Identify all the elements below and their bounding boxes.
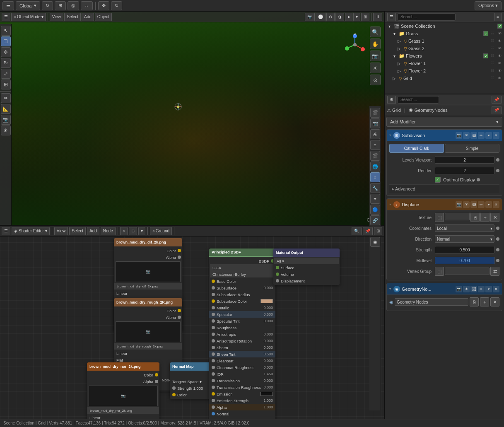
properties-output-btn[interactable]: 🖨 xyxy=(370,129,380,139)
subdivision-options-btn[interactable]: ▾ xyxy=(485,132,492,139)
properties-physics-btn[interactable]: 🔵 xyxy=(370,205,380,215)
viewport-select-menu[interactable]: Select xyxy=(64,13,81,21)
outliner-flower1[interactable]: ▷ ▽ Flower 1 ⠿ 👁 xyxy=(385,60,504,67)
node-pin-btn[interactable]: 📌 xyxy=(363,227,373,235)
properties-pin-btn[interactable]: 📌 xyxy=(492,96,502,104)
node-principled-cb[interactable]: Christensen-Burley xyxy=(210,271,275,277)
snap-button[interactable]: ⊞ xyxy=(55,1,66,10)
vertex-group-swap-btn[interactable]: ⇄ xyxy=(490,267,499,276)
properties-editor-type-btn[interactable]: ⚙ xyxy=(387,96,396,104)
node-editor-mode-btn[interactable]: ◈ Shader Editor ▾ xyxy=(12,227,50,235)
node-img1-file-row[interactable]: brown_mud_dry_dif_2k.png xyxy=(114,283,182,289)
viewport-shading-lookdev[interactable]: ◑ xyxy=(335,13,344,21)
proportional-button[interactable]: ◎ xyxy=(68,1,79,10)
node-matout-all[interactable]: All ▾ xyxy=(274,258,339,264)
grass-vis-btn2[interactable]: 👁 xyxy=(497,31,502,36)
viewport-overlay-toggle[interactable]: ⊞ xyxy=(361,13,369,21)
grid-vis-icon[interactable]: 👁 xyxy=(497,75,502,81)
move-tool-btn[interactable]: ✥ xyxy=(1,47,11,57)
geo-nodes-select[interactable]: Geometry Nodes xyxy=(395,298,468,306)
strength-value[interactable]: 0.500 xyxy=(435,246,494,253)
subdivision-delete-btn[interactable]: ✕ xyxy=(493,132,499,139)
node-node-menu[interactable]: Node xyxy=(101,227,116,235)
flower2-vis-icon[interactable]: 👁 xyxy=(497,68,502,74)
node-img1-linear-row[interactable]: Linear xyxy=(114,290,182,297)
viewport-mode-btn[interactable]: ○ Object Mode ▾ xyxy=(11,13,46,21)
move-tool[interactable]: ✥ xyxy=(98,1,109,10)
grass1-vis-icon[interactable]: 👁 xyxy=(497,38,502,44)
coordinates-select[interactable]: Local ▾ xyxy=(435,224,494,232)
transform-tool-btn[interactable]: ⊞ xyxy=(1,80,11,89)
node-header-collapse[interactable]: ⊙ xyxy=(129,227,137,235)
flower1-vis-icon[interactable]: 👁 xyxy=(497,60,502,66)
midlevel-value[interactable]: 0.700 xyxy=(435,257,494,264)
outliner-grass1[interactable]: ▷ ▽ Grass 1 ⠿ 👁 xyxy=(385,37,504,45)
global-select-button[interactable]: Global ▾ xyxy=(16,1,40,10)
zoom-in-btn[interactable]: 🔍 xyxy=(370,27,381,37)
properties-scene-btn[interactable]: 🎬 xyxy=(370,108,380,118)
node-image-texture-3[interactable]: brown_mud_dry_nor_2k.png Color Alpha 📷 b… xyxy=(87,362,159,419)
properties-sub-header-pin[interactable]: 📌 xyxy=(492,106,502,114)
properties-object-btn[interactable]: ○ xyxy=(370,172,380,182)
rendered-view-btn[interactable]: ☀ xyxy=(370,63,381,73)
levels-viewport-value[interactable]: 2 xyxy=(435,156,494,164)
rotate-tool[interactable]: ↻ xyxy=(111,1,122,10)
outliner-editor-type-btn[interactable]: ☰ xyxy=(387,13,396,21)
node-material-output[interactable]: Material Output All ▾ Surface Volume xyxy=(273,248,340,285)
scale-tool-btn[interactable]: ⤢ xyxy=(1,69,11,79)
texture-delete-btn[interactable]: ✕ xyxy=(490,213,499,222)
properties-constraints-btn[interactable]: 🔗 xyxy=(370,215,380,225)
node-select-menu[interactable]: Select xyxy=(69,227,86,235)
optimal-display-checkbox[interactable]: ✓ xyxy=(435,177,441,183)
vertex-group-icon[interactable]: ⬚ xyxy=(435,267,444,276)
viewport-pause-btn[interactable]: ⏸ xyxy=(373,13,382,21)
subdivision-edit-btn[interactable]: ✏ xyxy=(478,132,485,139)
outliner-flowers-collection[interactable]: ▾ 📁 Flowers ✓ ⠿ 👁 xyxy=(385,52,504,60)
viewport-3d[interactable]: ☰ ○ Object Mode ▾ View Select Add Object… xyxy=(0,12,384,225)
advanced-section[interactable]: ▶ Advanced xyxy=(389,184,499,193)
select-tool-btn[interactable]: ☐ xyxy=(1,36,11,46)
mode-button[interactable]: ↻ xyxy=(42,1,53,10)
direction-select[interactable]: Normal ▾ xyxy=(435,235,494,243)
flowers-vis-btn2[interactable]: 👁 xyxy=(497,53,502,59)
geo-nodes-copy-btn[interactable]: ⎘ xyxy=(470,297,479,306)
properties-world-btn[interactable]: 🌐 xyxy=(370,162,380,171)
outliner-scene-collection[interactable]: ▾ 🎬 Scene Collection ✓ xyxy=(385,22,504,30)
flowers-checkbox[interactable]: ✓ xyxy=(483,53,488,58)
measure-btn[interactable]: 📐 xyxy=(1,104,11,114)
node-collapse-btn[interactable]: ⊞ xyxy=(374,227,382,235)
texture-icon-btn[interactable]: ⬚ xyxy=(435,213,444,222)
node-img2-file-row[interactable]: brown_mud_dry_rough_2k.png xyxy=(114,343,182,350)
displace-render-btn[interactable]: 🖼 xyxy=(470,201,477,208)
node-principled-bsdf[interactable]: Principled BSDF BSDF GGX Christensen-Bur… xyxy=(209,248,275,419)
cursor-tool-btn[interactable]: ↖ xyxy=(1,26,11,36)
transform-button[interactable]: ↔ xyxy=(81,1,93,10)
geonodes-edit-btn[interactable]: ✏ xyxy=(478,286,485,292)
displace-eye-btn[interactable]: 👁 xyxy=(463,201,470,208)
editor-type-button[interactable]: ☰ xyxy=(2,1,14,10)
properties-material-btn[interactable]: ◉ xyxy=(370,237,380,247)
viewport-shading-render[interactable]: ● xyxy=(345,13,352,21)
outliner-grass-collection[interactable]: ▾ 📁 Grass ✓ ⠿ 👁 xyxy=(385,30,504,37)
node-img3-file[interactable]: brown_mud_dry_nor_2k.png xyxy=(87,407,159,414)
outliner-filter-btn[interactable]: ≡ xyxy=(494,13,502,21)
geonodes-options-btn[interactable]: ▾ xyxy=(485,286,492,292)
viewport-view-menu[interactable]: View xyxy=(50,13,64,21)
properties-scene-settings-btn[interactable]: 🎬 xyxy=(370,151,380,161)
node-zoom-btn[interactable]: 🔍 xyxy=(352,227,362,235)
flower2-link-icon[interactable]: ⠿ xyxy=(490,68,495,74)
flowers-vis-btn1[interactable]: ⠿ xyxy=(490,53,495,59)
viewport-shading-solid[interactable]: ⊙ xyxy=(326,13,335,21)
subdivision-eye-btn[interactable]: 👁 xyxy=(463,132,470,139)
outliner-search-input[interactable] xyxy=(398,13,456,21)
outliner-grass2[interactable]: ▷ ▽ Grass 2 ⠿ 👁 xyxy=(385,45,504,52)
viewport-camera-btn[interactable]: 📷 xyxy=(305,13,315,21)
camera-view-btn[interactable]: 📷 xyxy=(370,51,381,61)
scene-collection-checkbox[interactable]: ✓ xyxy=(497,24,502,29)
render-value[interactable]: 2 xyxy=(435,167,494,174)
viewport-editor-type-btn[interactable]: ☰ xyxy=(2,13,10,21)
node-view-menu[interactable]: View xyxy=(54,227,68,235)
node-header-mode[interactable]: ▾ xyxy=(138,227,145,235)
node-editor[interactable]: ☰ ◈ Shader Editor ▾ View Select Add Node… xyxy=(0,225,384,419)
displace-delete-btn[interactable]: ✕ xyxy=(493,201,499,208)
